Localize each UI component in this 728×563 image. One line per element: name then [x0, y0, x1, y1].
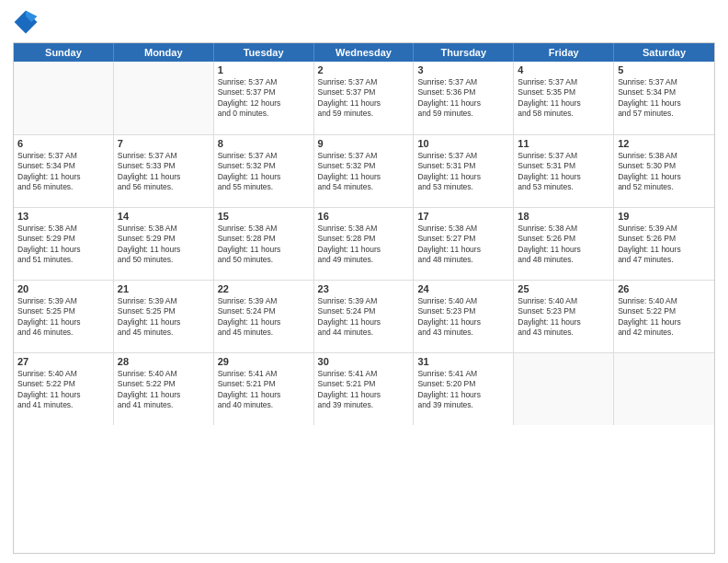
cell-line: Daylight: 11 hours	[218, 245, 310, 255]
day-header-saturday: Saturday	[614, 43, 714, 62]
day-number: 21	[118, 283, 210, 294]
cell-line: Sunset: 5:34 PM	[17, 161, 109, 171]
cell-line: Sunset: 5:21 PM	[218, 379, 310, 389]
day-header-sunday: Sunday	[14, 43, 114, 62]
day-number: 15	[218, 211, 310, 222]
calendar: SundayMondayTuesdayWednesdayThursdayFrid…	[13, 42, 715, 554]
cell-line: Sunrise: 5:37 AM	[218, 77, 310, 87]
day-10: 10Sunrise: 5:37 AMSunset: 5:31 PMDayligh…	[414, 135, 514, 207]
cell-line: Sunset: 5:34 PM	[618, 87, 711, 98]
cell-line: Sunrise: 5:41 AM	[218, 369, 310, 379]
cell-line: Sunset: 5:33 PM	[118, 161, 210, 171]
cell-line: Sunset: 5:23 PM	[417, 306, 509, 316]
cell-line: Daylight: 11 hours	[118, 245, 210, 255]
cell-line: Daylight: 11 hours	[417, 245, 509, 255]
cell-line: and 50 minutes.	[118, 255, 210, 265]
cell-line: Sunrise: 5:39 AM	[17, 296, 109, 306]
cell-line: Sunset: 5:21 PM	[318, 379, 410, 389]
cell-line: and 42 minutes.	[618, 327, 711, 338]
day-23: 23Sunrise: 5:39 AMSunset: 5:24 PMDayligh…	[314, 281, 415, 352]
day-number: 24	[417, 283, 509, 294]
page: SundayMondayTuesdayWednesdayThursdayFrid…	[0, 0, 728, 563]
cell-line: Sunset: 5:37 PM	[318, 87, 410, 98]
day-number: 31	[417, 356, 509, 367]
day-number: 20	[17, 283, 109, 294]
cell-line: Sunrise: 5:40 AM	[618, 296, 711, 306]
day-8: 8Sunrise: 5:37 AMSunset: 5:32 PMDaylight…	[214, 135, 314, 207]
day-number: 7	[118, 138, 210, 149]
cell-line: Daylight: 11 hours	[518, 317, 609, 327]
cell-line: and 55 minutes.	[218, 182, 310, 192]
calendar-row-2: 6Sunrise: 5:37 AMSunset: 5:34 PMDaylight…	[14, 134, 714, 207]
empty-cell	[14, 62, 114, 134]
cell-line: Sunset: 5:29 PM	[17, 234, 109, 244]
day-header-friday: Friday	[514, 43, 614, 62]
cell-line: Sunset: 5:31 PM	[518, 161, 609, 171]
calendar-row-5: 27Sunrise: 5:40 AMSunset: 5:22 PMDayligh…	[14, 352, 714, 425]
cell-line: Daylight: 11 hours	[17, 390, 109, 400]
cell-line: and 50 minutes.	[218, 255, 310, 265]
cell-line: Daylight: 11 hours	[518, 172, 609, 182]
day-29: 29Sunrise: 5:41 AMSunset: 5:21 PMDayligh…	[214, 353, 314, 425]
cell-line: Sunrise: 5:37 AM	[518, 151, 609, 161]
day-number: 3	[417, 64, 509, 75]
cell-line: Sunset: 5:28 PM	[318, 234, 410, 244]
cell-line: and 57 minutes.	[618, 109, 711, 119]
cell-line: Sunrise: 5:37 AM	[518, 77, 609, 87]
cell-line: and 56 minutes.	[17, 182, 109, 192]
day-16: 16Sunrise: 5:38 AMSunset: 5:28 PMDayligh…	[314, 208, 415, 280]
cell-line: Daylight: 11 hours	[618, 245, 711, 255]
cell-line: Daylight: 11 hours	[318, 245, 410, 255]
calendar-row-4: 20Sunrise: 5:39 AMSunset: 5:25 PMDayligh…	[14, 280, 714, 352]
cell-line: and 41 minutes.	[17, 400, 109, 410]
cell-line: Sunrise: 5:38 AM	[17, 224, 109, 234]
empty-cell	[514, 353, 614, 425]
cell-line: Sunset: 5:25 PM	[118, 306, 210, 316]
day-26: 26Sunrise: 5:40 AMSunset: 5:22 PMDayligh…	[614, 281, 714, 352]
day-6: 6Sunrise: 5:37 AMSunset: 5:34 PMDaylight…	[14, 135, 114, 207]
cell-line: and 52 minutes.	[618, 182, 711, 192]
day-30: 30Sunrise: 5:41 AMSunset: 5:21 PMDayligh…	[314, 353, 415, 425]
day-number: 9	[318, 138, 410, 149]
cell-line: and 53 minutes.	[518, 182, 609, 192]
day-number: 2	[318, 64, 410, 75]
day-header-wednesday: Wednesday	[314, 43, 415, 62]
day-header-tuesday: Tuesday	[214, 43, 314, 62]
cell-line: and 58 minutes.	[518, 109, 609, 119]
cell-line: Sunrise: 5:38 AM	[118, 224, 210, 234]
cell-line: Sunrise: 5:39 AM	[118, 296, 210, 306]
cell-line: Daylight: 11 hours	[318, 172, 410, 182]
cell-line: Sunrise: 5:38 AM	[518, 224, 609, 234]
cell-line: Daylight: 11 hours	[318, 390, 410, 400]
day-4: 4Sunrise: 5:37 AMSunset: 5:35 PMDaylight…	[514, 62, 614, 134]
cell-line: Daylight: 11 hours	[218, 172, 310, 182]
cell-line: Sunset: 5:22 PM	[118, 379, 210, 389]
cell-line: Daylight: 11 hours	[618, 98, 711, 109]
cell-line: Daylight: 11 hours	[417, 317, 509, 327]
cell-line: Sunset: 5:32 PM	[318, 161, 410, 171]
cell-line: and 47 minutes.	[618, 255, 711, 265]
day-18: 18Sunrise: 5:38 AMSunset: 5:26 PMDayligh…	[514, 208, 614, 280]
cell-line: and 54 minutes.	[318, 182, 410, 192]
day-3: 3Sunrise: 5:37 AMSunset: 5:36 PMDaylight…	[414, 62, 514, 134]
cell-line: and 0 minutes.	[218, 109, 310, 119]
day-7: 7Sunrise: 5:37 AMSunset: 5:33 PMDaylight…	[114, 135, 214, 207]
cell-line: and 59 minutes.	[318, 109, 410, 119]
empty-cell	[114, 62, 214, 134]
cell-line: Sunrise: 5:38 AM	[218, 224, 310, 234]
cell-line: Daylight: 11 hours	[17, 172, 109, 182]
day-number: 1	[218, 64, 310, 75]
cell-line: Daylight: 11 hours	[218, 390, 310, 400]
cell-line: Sunrise: 5:41 AM	[318, 369, 410, 379]
day-31: 31Sunrise: 5:41 AMSunset: 5:20 PMDayligh…	[414, 353, 514, 425]
day-12: 12Sunrise: 5:38 AMSunset: 5:30 PMDayligh…	[614, 135, 714, 207]
cell-line: Sunrise: 5:39 AM	[218, 296, 310, 306]
cell-line: Sunrise: 5:38 AM	[318, 224, 410, 234]
day-number: 5	[618, 64, 711, 75]
cell-line: Sunrise: 5:37 AM	[417, 151, 509, 161]
header	[13, 9, 715, 35]
calendar-row-1: 1Sunrise: 5:37 AMSunset: 5:37 PMDaylight…	[14, 62, 714, 134]
day-5: 5Sunrise: 5:37 AMSunset: 5:34 PMDaylight…	[614, 62, 714, 134]
cell-line: Sunrise: 5:37 AM	[618, 77, 711, 87]
cell-line: Sunset: 5:23 PM	[518, 306, 609, 316]
